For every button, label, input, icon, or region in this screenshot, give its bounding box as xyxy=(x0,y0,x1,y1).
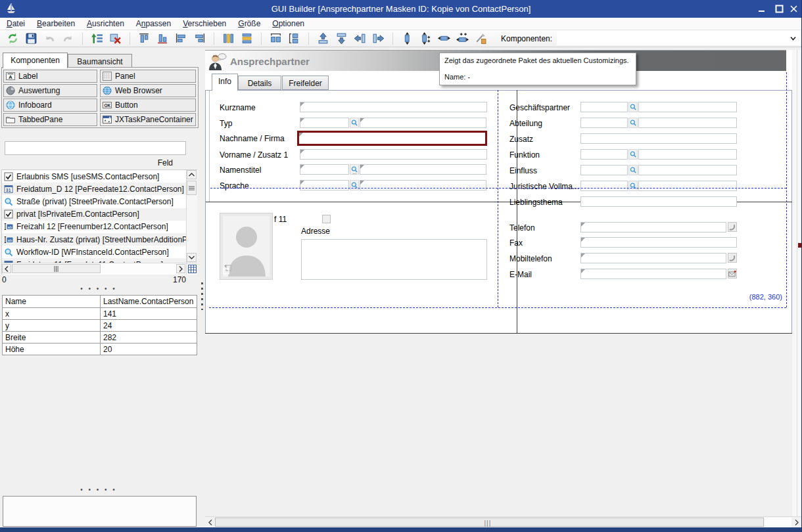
field-search-input[interactable] xyxy=(5,141,186,155)
field-list-vscrollbar[interactable] xyxy=(186,170,197,263)
property-row[interactable]: x141 xyxy=(3,307,197,319)
label-e-mail[interactable]: E-Mail xyxy=(509,270,532,279)
text-field[interactable] xyxy=(638,118,737,128)
phone-icon[interactable] xyxy=(728,222,737,232)
lookup-search-icon[interactable] xyxy=(628,149,638,160)
menu-optionen[interactable]: Optionen xyxy=(266,18,310,30)
label-vorname-zusatz-1[interactable]: Vorname / Zusatz 1 xyxy=(220,150,288,160)
palette-button[interactable]: OKButton xyxy=(100,99,196,112)
scroll-up-icon[interactable] xyxy=(187,170,197,179)
label-telefon[interactable]: Telefon xyxy=(509,223,535,233)
field-list-item[interactable]: Straße (privat) [StreetPrivate.ContactPe… xyxy=(2,195,186,208)
menu-bearbeiten[interactable]: Bearbeiten xyxy=(31,18,81,30)
label-sprache[interactable]: Sprache xyxy=(220,181,249,190)
move-right-icon[interactable] xyxy=(372,32,385,45)
palette-label[interactable]: ALabel xyxy=(3,70,97,83)
lookup-search-icon[interactable] xyxy=(628,102,638,112)
vscroll-thumb[interactable] xyxy=(187,181,197,195)
resize-height-icon[interactable] xyxy=(401,32,413,45)
move-left-icon[interactable] xyxy=(354,32,366,45)
undo-icon[interactable] xyxy=(43,32,56,45)
property-value-cell[interactable]: 20 xyxy=(101,344,112,355)
text-field[interactable] xyxy=(300,118,349,128)
property-row[interactable]: Breite282 xyxy=(3,331,197,343)
adresse-textarea[interactable] xyxy=(301,239,487,280)
lookup-search-icon[interactable] xyxy=(350,118,359,128)
align-bottom-icon[interactable] xyxy=(156,32,169,45)
text-field[interactable] xyxy=(638,149,737,160)
menu-größe[interactable]: Größe xyxy=(232,18,266,30)
label-nachname-firma[interactable]: Nachname / Firma xyxy=(220,134,285,143)
text-field[interactable] xyxy=(580,133,737,144)
resize-width-icon[interactable] xyxy=(438,32,450,45)
label-geschäftspartner[interactable]: Geschäftspartner xyxy=(509,103,570,112)
field-list-hscrollbar[interactable] xyxy=(2,263,186,275)
adresse-checkbox[interactable] xyxy=(322,215,331,223)
designer-hscrollbar[interactable]: ||| xyxy=(205,516,802,527)
delete-component-icon[interactable] xyxy=(109,32,122,45)
menu-ausrichten[interactable]: Ausrichten xyxy=(81,18,130,30)
text-field[interactable] xyxy=(638,102,737,112)
phone-icon[interactable] xyxy=(728,253,737,263)
lookup-search-icon[interactable]: ... xyxy=(350,164,359,175)
label-abteilung[interactable]: Abteilung xyxy=(509,119,542,128)
komponenten-combobox[interactable] xyxy=(557,32,801,45)
center-rows-icon[interactable] xyxy=(241,32,253,45)
scroll-right-icon[interactable] xyxy=(176,264,185,273)
text-field[interactable] xyxy=(580,269,726,279)
palette-panel[interactable]: Panel xyxy=(100,70,196,83)
text-field[interactable] xyxy=(300,149,487,160)
palette-infoboard[interactable]: Infoboard xyxy=(3,99,97,112)
lookup-search-icon[interactable] xyxy=(350,180,359,190)
minimize-button[interactable] xyxy=(755,3,769,14)
vertical-splitter-handle[interactable] xyxy=(201,282,203,310)
tab-baumansicht[interactable]: Baumansicht xyxy=(68,54,132,68)
text-field[interactable] xyxy=(360,180,486,190)
label-typ[interactable]: Typ xyxy=(220,119,232,128)
resize-height-plus-icon[interactable] xyxy=(419,32,432,45)
center-columns-icon[interactable] xyxy=(222,32,235,45)
redo-icon[interactable] xyxy=(62,32,74,45)
tab-komponenten[interactable]: Komponenten xyxy=(3,53,68,68)
field-list-item[interactable]: abHaus-Nr. Zusatz (privat) [StreetNumber… xyxy=(2,233,186,246)
align-right-icon[interactable] xyxy=(193,32,206,45)
horizontal-splitter-handle[interactable]: • • • • • xyxy=(0,285,197,292)
label-kurzname[interactable]: Kurzname xyxy=(220,103,256,112)
selected-field-nachname[interactable] xyxy=(297,131,487,146)
field-list-item[interactable]: Erlaubnis SMS [useSMS.ContactPerson] xyxy=(2,170,186,183)
label-zusatz[interactable]: Zusatz xyxy=(509,135,533,144)
save-icon[interactable] xyxy=(25,32,37,45)
mail-icon[interactable] xyxy=(728,269,737,278)
palette-jxtaskpanecontainer[interactable]: JXTaskPaneContainer xyxy=(100,113,196,126)
text-field[interactable] xyxy=(580,149,628,160)
palette-tabbedpane[interactable]: TabbedPane xyxy=(3,113,97,126)
label-fax[interactable]: Fax xyxy=(509,238,523,248)
text-field[interactable] xyxy=(300,180,349,190)
text-field[interactable] xyxy=(580,181,628,191)
property-row[interactable]: Höhe20 xyxy=(3,343,197,355)
text-field[interactable] xyxy=(360,164,486,175)
move-up-tree-icon[interactable] xyxy=(91,32,103,45)
customize-tools-icon[interactable] xyxy=(475,32,487,45)
photo-placeholder[interactable] xyxy=(220,213,273,280)
same-width-icon[interactable] xyxy=(270,32,282,45)
titlebar[interactable]: GUI Builder [Ansprechpartner Masken ID: … xyxy=(0,0,802,18)
text-field[interactable] xyxy=(580,118,628,128)
text-field[interactable] xyxy=(580,165,628,175)
field-list-item[interactable]: Workflow-ID [WFInstanceId.ContactPerson] xyxy=(2,246,186,258)
text-field[interactable] xyxy=(638,165,737,175)
resize-width-plus-icon[interactable] xyxy=(456,32,469,45)
menu-anpassen[interactable]: Anpassen xyxy=(130,18,177,30)
field-list-item[interactable]: 31Freidatum 11 [Freedate11.ContactPerson… xyxy=(2,258,186,263)
label-funktion[interactable]: Funktion xyxy=(509,150,540,160)
align-top-icon[interactable] xyxy=(138,32,151,45)
text-field[interactable] xyxy=(580,196,737,207)
label-namenstitel[interactable]: Namenstitel xyxy=(220,166,261,175)
text-field[interactable] xyxy=(580,222,726,233)
label-lieblingsthema[interactable]: Lieblingsthema xyxy=(509,198,563,207)
property-row[interactable]: y24 xyxy=(3,319,197,331)
tab-info[interactable]: Info xyxy=(212,74,238,91)
move-down-icon[interactable] xyxy=(335,32,348,45)
horizontal-splitter-handle2[interactable]: • • • • • xyxy=(0,486,197,493)
lookup-search-icon[interactable] xyxy=(628,181,638,191)
